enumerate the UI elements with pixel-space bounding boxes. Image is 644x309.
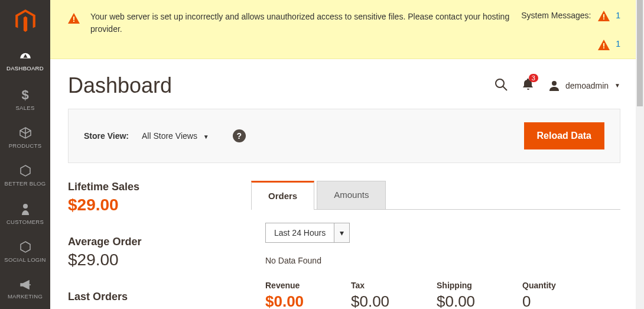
message-count[interactable]: 1 [616, 11, 620, 20]
logo[interactable] [0, 0, 50, 43]
metric-label: Shipping [437, 281, 522, 290]
period-value: Last 24 Hours [266, 223, 334, 242]
svg-rect-7 [603, 47, 604, 48]
metric-label: Quantity [522, 281, 608, 290]
metrics-row: Revenue $0.00 Tax $0.00 Shipping $0.00 [265, 281, 620, 309]
nav-social-login[interactable]: Social Login [0, 233, 50, 271]
person-icon [21, 203, 30, 216]
notification-count-badge: 3 [529, 74, 538, 82]
lifetime-sales-label: Lifetime Sales [68, 181, 233, 193]
last-orders-label: Last Orders [68, 291, 233, 303]
svg-rect-3 [73, 21, 74, 22]
svg-line-9 [503, 86, 507, 90]
nav-marketing[interactable]: Marketing [0, 271, 50, 309]
gauge-icon [19, 52, 32, 63]
nav-better-blog[interactable]: Better Blog [0, 157, 50, 194]
tab-amounts[interactable]: Amounts [317, 181, 386, 209]
notifications-button[interactable]: 3 [523, 79, 534, 93]
system-message-banner: Your web server is set up incorrectly an… [50, 0, 638, 59]
nav-customers[interactable]: Customers [0, 195, 50, 233]
metric-label: Tax [351, 281, 437, 290]
metric-value: $0.00 [351, 292, 437, 309]
average-order-label: Average Order [68, 236, 233, 248]
magento-logo-icon [15, 9, 36, 33]
average-order-value: $29.00 [68, 251, 233, 269]
svg-point-8 [496, 79, 504, 87]
nav-label: Products [9, 142, 42, 149]
no-data-message: No Data Found [265, 256, 620, 265]
chevron-down-icon: ▼ [614, 82, 620, 89]
cube-icon [19, 127, 31, 140]
nav-label: Better Blog [5, 180, 46, 187]
metric-value: $0.00 [437, 292, 522, 309]
svg-point-10 [552, 81, 557, 86]
tab-orders[interactable]: Orders [251, 181, 314, 209]
svg-rect-5 [603, 18, 604, 19]
help-icon[interactable]: ? [233, 129, 246, 142]
message-count[interactable]: 1 [616, 39, 620, 48]
svg-text:$: $ [21, 88, 29, 101]
main-content: Your web server is set up incorrectly an… [50, 0, 644, 309]
tabs: Orders Amounts [251, 181, 620, 210]
system-messages-label: System Messages: [521, 11, 591, 20]
user-icon [549, 80, 560, 91]
nav-label: Social Login [4, 256, 45, 263]
orders-panel: Last 24 Hours ▾ No Data Found Revenue $0… [251, 210, 620, 309]
nav-label: Marketing [8, 293, 43, 300]
store-view-value: All Store Views [142, 131, 197, 141]
megaphone-icon [19, 280, 31, 291]
nav-dashboard[interactable]: Dashboard [0, 43, 50, 80]
nav-label: Sales [15, 105, 34, 111]
svg-rect-2 [73, 17, 74, 20]
hexagon-icon [19, 241, 31, 254]
dollar-icon: $ [21, 88, 30, 102]
warning-icon [68, 13, 80, 26]
metric-value: $0.00 [265, 292, 351, 309]
chevron-down-icon: ▾ [334, 223, 349, 242]
username: demoadmin [565, 81, 609, 90]
nav-label: Dashboard [6, 65, 44, 71]
warning-icon[interactable] [598, 40, 610, 50]
chevron-down-icon: ▼ [203, 134, 209, 140]
scrollbar-track[interactable] [636, 0, 644, 309]
hexagon-icon [19, 165, 31, 178]
metric-label: Revenue [265, 281, 351, 290]
search-icon[interactable] [495, 78, 508, 93]
svg-rect-6 [603, 43, 604, 47]
store-view-select[interactable]: All Store Views ▼ [142, 131, 209, 141]
warning-icon[interactable] [598, 11, 610, 21]
store-view-bar: Store View: All Store Views ▼ ? Reload D… [68, 109, 620, 163]
sidebar: Dashboard $ Sales Products Better Blog C… [0, 0, 50, 309]
page-header: Dashboard 3 demoadmin ▼ [50, 59, 638, 109]
nav-products[interactable]: Products [0, 119, 50, 157]
banner-message: Your web server is set up incorrectly an… [90, 11, 521, 35]
nav-sales[interactable]: $ Sales [0, 81, 50, 119]
scrollbar-thumb[interactable] [637, 0, 643, 106]
period-select[interactable]: Last 24 Hours ▾ [265, 223, 350, 243]
lifetime-sales-value: $29.00 [68, 196, 233, 214]
store-view-label: Store View: [84, 131, 129, 141]
metric-value: 0 [522, 292, 608, 309]
svg-point-1 [23, 204, 28, 209]
user-menu[interactable]: demoadmin ▼ [549, 80, 620, 91]
reload-data-button[interactable]: Reload Data [524, 122, 604, 149]
nav-label: Customers [6, 219, 44, 225]
page-title: Dashboard [68, 73, 495, 98]
svg-rect-4 [603, 14, 604, 18]
